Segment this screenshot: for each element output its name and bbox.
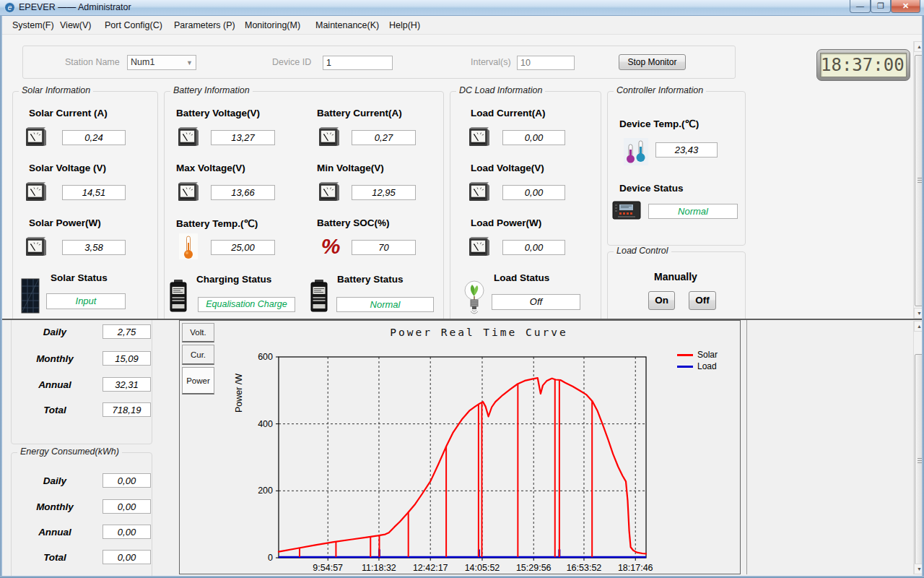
chevron-down-icon: ▼ (186, 56, 193, 70)
restore-button[interactable]: ❐ (871, 0, 891, 13)
controller-information-title: Controller Information (614, 85, 706, 95)
load-current-label: Load Current(A) (471, 108, 546, 118)
device-id-label: Device ID (272, 57, 311, 67)
battery-status-label: Battery Status (337, 274, 404, 285)
interval-label: Interval(s) (471, 57, 511, 67)
solar-panel-icon (19, 277, 41, 316)
svg-text:18:17:46: 18:17:46 (618, 563, 653, 573)
gauge-meter-icon (178, 182, 199, 202)
menu-monitoring[interactable]: Monitoring(M) (240, 16, 305, 35)
battery-temp-label: Battery Temp.(℃) (176, 217, 258, 229)
load-power-value: 0,00 (502, 240, 565, 255)
svg-text:%: % (321, 235, 341, 258)
gauge-meter-icon (178, 127, 199, 147)
title-bar: e EPEVER —— Administrator — ❐ ✕ (0, 0, 924, 16)
statistics-panel: Daily 2,75 Monthly 15,09 Annual 32,31 To… (2, 320, 922, 576)
gauge-meter-icon (25, 237, 47, 257)
gauge-meter-icon (25, 127, 47, 147)
svg-text:200: 200 (258, 486, 273, 496)
scroll-up-icon[interactable]: ▲ (914, 321, 922, 332)
load-power-label: Load Power(W) (471, 217, 541, 228)
consumed-annual-value: 0,00 (103, 525, 151, 539)
solar-current-value: 0,24 (62, 130, 126, 145)
solar-information-title: Solar Information (19, 85, 93, 95)
gauge-meter-icon (468, 127, 490, 147)
battery-information-title: Battery Information (170, 85, 253, 95)
bulb-icon (463, 278, 485, 317)
clock-time: 18:37:00 (820, 53, 907, 77)
battery-status-value: Normal (336, 297, 434, 312)
solar-status-value: Input (46, 293, 126, 309)
svg-text:9:54:57: 9:54:57 (313, 563, 343, 573)
top-scrollbar-thumb[interactable] (915, 55, 922, 306)
menu-port-config[interactable]: Port Config(C) (100, 16, 167, 35)
scroll-down-icon[interactable]: ▼ (914, 564, 922, 574)
battery-voltage-label: Battery Voltage(V) (176, 108, 260, 118)
svg-text:0: 0 (268, 553, 273, 563)
dc-load-information-group: DC Load Information Load Current(A) 0,00… (450, 91, 601, 319)
monitor-panel: Station Name Num1 ▼ Device ID 1 Interval… (2, 35, 922, 319)
load-on-button[interactable]: On (648, 291, 675, 310)
station-name-label: Station Name (65, 57, 120, 67)
device-temp-label: Device Temp.(℃) (619, 118, 699, 129)
battery-soc-value: 70 (352, 240, 416, 255)
stop-monitor-button[interactable]: Stop Monitor (619, 54, 686, 70)
solar-information-group: Solar Information Solar Current (A) 0,24… (12, 91, 158, 319)
energy-consumed-title: Energy Consumed(kWh) (17, 447, 122, 457)
generated-daily-label: Daily (30, 327, 80, 337)
battery-current-value: 0,27 (352, 130, 416, 145)
clock-display: 18:37:00 (816, 49, 910, 81)
minimize-button[interactable]: — (850, 0, 871, 13)
max-voltage-value: 13,66 (211, 185, 275, 200)
controller-information-group: Controller Information Device Temp.(℃) 2… (607, 91, 746, 246)
gauge-meter-icon (468, 237, 490, 257)
consumed-daily-value: 0,00 (103, 473, 151, 488)
battery-soc-label: Battery SOC(%) (317, 217, 390, 228)
close-button[interactable]: ✕ (891, 0, 920, 13)
energy-generated-group: Daily 2,75 Monthly 15,09 Annual 32,31 To… (11, 320, 152, 444)
menu-parameters[interactable]: Parameters (P) (170, 16, 240, 35)
menu-maintenance[interactable]: Maintenance(K) (311, 16, 383, 35)
solar-power-value: 3,58 (62, 240, 126, 255)
top-scrollbar[interactable]: ▲ ▼ (913, 41, 922, 319)
interval-input[interactable]: 10 (517, 56, 575, 70)
device-id-input[interactable]: 1 (323, 56, 393, 70)
window-edge (0, 16, 2, 578)
manually-label: Manually (654, 271, 697, 282)
thermometer-icon (179, 233, 198, 259)
bottom-scrollbar-thumb[interactable] (915, 354, 922, 568)
load-voltage-value: 0,00 (502, 185, 565, 200)
solar-power-label: Solar Power(W) (29, 217, 101, 228)
svg-text:400: 400 (258, 419, 273, 429)
solar-current-label: Solar Current (A) (29, 108, 108, 118)
load-control-group: Load Control Manually On Off (607, 251, 746, 319)
battery-temp-value: 25,00 (211, 240, 275, 255)
svg-text:Power /W: Power /W (234, 374, 244, 413)
svg-text:600: 600 (258, 352, 273, 362)
section-splitter[interactable] (0, 319, 924, 320)
gauge-meter-icon (318, 182, 340, 202)
consumed-annual-label: Annual (30, 527, 80, 538)
menu-help[interactable]: Help(H) (385, 16, 424, 35)
generated-monthly-label: Monthly (30, 353, 80, 364)
charge-controller-icon (612, 200, 641, 220)
consumed-daily-label: Daily (30, 475, 80, 486)
menu-system[interactable]: System(F) (8, 16, 58, 35)
device-temp-value: 23,43 (655, 142, 718, 158)
load-current-value: 0,00 (502, 130, 565, 145)
bottom-scrollbar[interactable]: ▲ ▼ (913, 321, 922, 574)
app-logo-icon: e (4, 2, 15, 13)
load-off-button[interactable]: Off (689, 291, 716, 310)
window-title: EPEVER —— Administrator (19, 2, 131, 12)
scroll-down-icon[interactable]: ▼ (914, 308, 922, 319)
max-voltage-label: Max Voltage(V) (176, 163, 245, 173)
consumed-monthly-value: 0,00 (103, 499, 151, 514)
scroll-up-icon[interactable]: ▲ (914, 41, 922, 52)
svg-text:11:18:32: 11:18:32 (362, 563, 396, 573)
battery-icon (308, 278, 330, 313)
consumed-monthly-label: Monthly (30, 501, 80, 512)
station-name-select[interactable]: Num1 ▼ (127, 55, 196, 70)
load-status-value: Off (492, 294, 580, 310)
svg-text:14:05:52: 14:05:52 (465, 563, 500, 573)
menu-view[interactable]: View(V) (56, 16, 96, 35)
